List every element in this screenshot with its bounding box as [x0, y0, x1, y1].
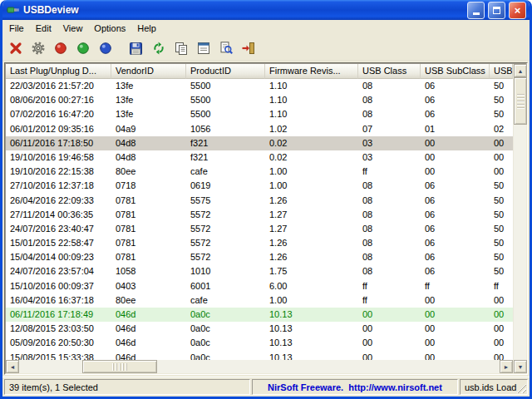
column-header-0[interactable]: Last Plug/Unplug D... [6, 64, 111, 79]
table-cell: 13fe [111, 93, 186, 107]
table-cell: 05/09/2016 20:50:30 [6, 336, 111, 350]
status-usbids-panel: usb.ids Load [460, 379, 528, 395]
column-header-3[interactable]: Firmware Revis... [265, 64, 358, 79]
table-row[interactable]: 08/06/2016 00:27:1613fe55001.10080650 [6, 93, 513, 107]
gear-icon [31, 41, 46, 56]
table-cell: 00 [421, 336, 490, 350]
table-cell: ff [358, 293, 421, 308]
table-row[interactable]: 15/01/2015 22:58:47078155721.26080650 [6, 236, 513, 250]
menu-options[interactable]: Options [88, 21, 131, 36]
table-cell: cafe [186, 293, 265, 308]
table-cell: 08 [358, 250, 421, 264]
minimize-button[interactable] [467, 2, 485, 19]
table-cell: 27/10/2016 12:37:18 [6, 179, 111, 193]
table-cell: 10.13 [265, 351, 358, 360]
table-row[interactable]: 06/01/2012 09:35:1604a910561.02070102 [6, 122, 513, 136]
table-cell: 04d8 [111, 136, 186, 150]
scroll-down-icon[interactable]: ▼ [514, 360, 527, 373]
toolbar [2, 37, 530, 61]
menu-file[interactable]: File [3, 21, 30, 36]
table-row[interactable]: 24/07/2016 23:57:04105810101.75080650 [6, 264, 513, 278]
table-row[interactable]: 16/04/2016 16:37:1880eecafe1.00ff0000 [6, 293, 513, 308]
table-row[interactable]: 26/04/2016 22:09:33078155751.26080650 [6, 194, 513, 208]
find-button[interactable] [215, 38, 236, 58]
table-cell: 50 [490, 264, 513, 278]
vertical-scroll-thumb[interactable] [514, 77, 527, 125]
exit-button[interactable] [238, 38, 259, 58]
copy-button[interactable] [170, 38, 191, 58]
table-row[interactable]: 06/11/2016 17:18:49046d0a0c10.13000000 [6, 308, 513, 322]
status-nirsoft-panel: NirSoft Freeware. http://www.nirsoft.net [252, 379, 458, 395]
scroll-right-icon[interactable]: ► [500, 360, 513, 373]
table-cell: 00 [490, 322, 513, 336]
menu-view[interactable]: View [57, 21, 89, 36]
table-cell: 046d [111, 351, 186, 360]
refresh-button[interactable] [148, 38, 169, 58]
table-cell: 6.00 [265, 279, 358, 293]
usb-settings-button[interactable] [27, 38, 48, 58]
save-button[interactable] [126, 38, 146, 58]
resize-grip[interactable] [515, 382, 526, 393]
table-row[interactable]: 27/11/2014 00:36:35078155721.27080650 [6, 208, 513, 222]
table-cell: 10.13 [265, 322, 358, 336]
table-row[interactable]: 07/02/2016 16:47:2013fe55001.10080650 [6, 107, 513, 121]
table-cell: 06 [421, 194, 490, 208]
column-header-4[interactable]: USB Class [358, 64, 421, 79]
table-cell: 00 [490, 293, 513, 308]
disable-device-button[interactable] [50, 38, 71, 58]
table-cell: f321 [186, 150, 265, 165]
table-cell: 00 [490, 136, 513, 150]
table-row[interactable]: 27/10/2016 12:37:18071806191.00080650 [6, 179, 513, 193]
disable-enable-device-button[interactable] [95, 38, 116, 58]
table-cell: 5572 [186, 222, 265, 236]
table-row[interactable]: 15/08/2015 15:33:38046d0a0c10.13000000 [6, 351, 513, 360]
table-row[interactable]: 15/10/2016 00:09:37040360016.00ffffff [6, 279, 513, 293]
close-button[interactable]: × [509, 2, 526, 19]
nirsoft-link[interactable]: NirSoft Freeware. http://www.nirsoft.net [268, 382, 442, 392]
menu-bar: File Edit View Options Help [2, 20, 530, 37]
column-header-2[interactable]: ProductID [186, 64, 265, 79]
properties-button[interactable] [193, 38, 214, 58]
table-cell: 1.75 [265, 264, 358, 278]
table-row[interactable]: 05/09/2016 20:50:30046d0a0c10.13000000 [6, 336, 513, 350]
table-cell: 13fe [111, 79, 186, 93]
column-header-5[interactable]: USB SubClass [421, 64, 490, 79]
table-cell: 00 [358, 308, 421, 322]
table-cell: 19/10/2016 19:46:58 [6, 150, 111, 165]
table-row[interactable]: 19/10/2016 22:15:3880eecafe1.00ff0000 [6, 165, 513, 179]
menu-edit[interactable]: Edit [30, 21, 57, 36]
table-cell: 08 [358, 179, 421, 193]
maximize-button[interactable] [488, 2, 505, 19]
table-cell: 06 [421, 93, 490, 107]
column-header-6[interactable]: USB... [490, 64, 513, 79]
uninstall-device-button[interactable] [5, 38, 26, 58]
scroll-up-icon[interactable]: ▲ [514, 64, 527, 77]
table-cell: 5572 [186, 250, 265, 264]
table-cell: 5500 [186, 107, 265, 121]
table-row[interactable]: 12/08/2015 23:03:50046d0a0c10.13000000 [6, 322, 513, 336]
enable-device-button[interactable] [72, 38, 93, 58]
table-row[interactable]: 24/07/2016 23:40:47078155721.27080650 [6, 222, 513, 236]
vertical-scrollbar[interactable]: ▲ ▼ [513, 64, 526, 373]
usb-plug-icon[interactable] [7, 3, 20, 17]
table-cell: 0a0c [186, 308, 265, 322]
table-row[interactable]: 15/04/2014 00:09:23078155721.26080650 [6, 250, 513, 264]
horizontal-scroll-thumb[interactable] [82, 360, 157, 373]
table-cell: 07 [358, 122, 421, 136]
table-row[interactable]: 22/03/2016 21:57:2013fe55001.10080650 [6, 79, 513, 93]
copy-icon [174, 41, 189, 56]
column-header-1[interactable]: VendorID [111, 64, 186, 79]
rows-viewport: 22/03/2016 21:57:2013fe55001.1008065008/… [6, 79, 513, 360]
menu-help[interactable]: Help [131, 21, 162, 36]
table-row[interactable]: 19/10/2016 19:46:5804d8f3210.02030000 [6, 150, 513, 165]
horizontal-scrollbar[interactable]: ◄ ► [6, 360, 513, 373]
table-cell: 00 [490, 150, 513, 165]
table-cell: 01 [421, 122, 490, 136]
table-cell: 6001 [186, 279, 265, 293]
table-cell: 50 [490, 179, 513, 193]
table-row[interactable]: 06/11/2016 17:18:5004d8f3210.02030000 [6, 136, 513, 150]
status-bar: 39 item(s), 1 Selected NirSoft Freeware.… [2, 377, 530, 397]
table-cell: 0781 [111, 222, 186, 236]
scroll-left-icon[interactable]: ◄ [6, 360, 19, 373]
table-cell: 15/10/2016 00:09:37 [6, 279, 111, 293]
